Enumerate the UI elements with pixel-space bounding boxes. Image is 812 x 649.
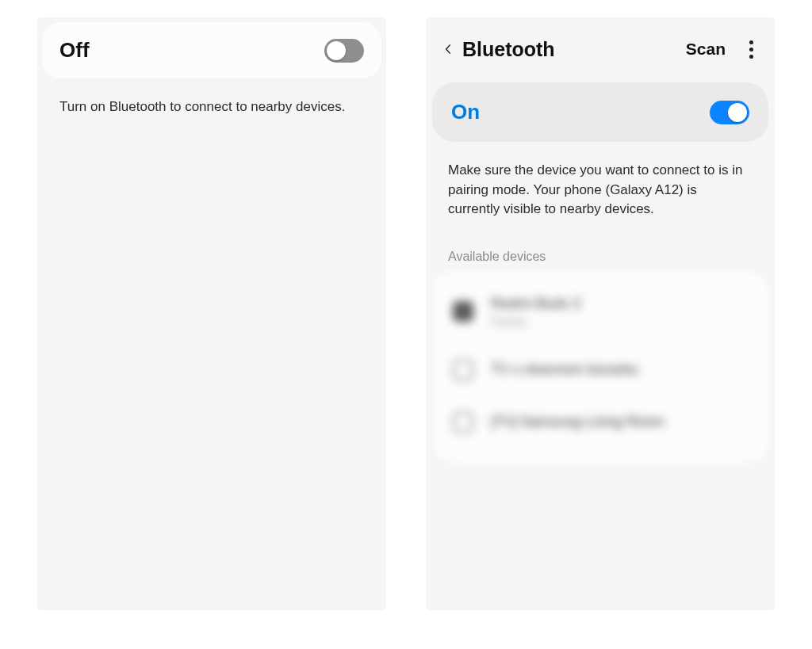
device-name: TV u dnevnom boravku xyxy=(491,361,638,378)
bluetooth-on-panel: Bluetooth Scan On Make sure the device y… xyxy=(426,17,775,610)
device-row[interactable]: TV u dnevnom boravku xyxy=(432,344,768,396)
kebab-dot-icon xyxy=(749,48,753,52)
device-name: [TV] Samsung Living Room xyxy=(491,414,665,430)
bluetooth-toggle-card[interactable]: Off xyxy=(42,22,381,78)
device-row[interactable]: Redmi Buds 3 Pairing xyxy=(432,280,768,344)
more-options-button[interactable] xyxy=(741,38,760,60)
bluetooth-switch[interactable] xyxy=(710,101,749,124)
device-row[interactable]: [TV] Samsung Living Room xyxy=(432,396,768,449)
scan-button[interactable]: Scan xyxy=(681,36,730,62)
bluetooth-toggle-card[interactable]: On xyxy=(432,82,768,142)
device-status: Pairing xyxy=(491,315,580,328)
kebab-dot-icon xyxy=(749,55,753,59)
kebab-dot-icon xyxy=(749,40,753,44)
bluetooth-toggle-label: On xyxy=(451,100,480,124)
tv-icon xyxy=(453,360,473,380)
device-text: [TV] Samsung Living Room xyxy=(491,414,665,430)
tv-icon xyxy=(453,412,473,433)
switch-knob xyxy=(327,41,346,60)
available-devices-header: Available devices xyxy=(426,220,775,272)
device-text: Redmi Buds 3 Pairing xyxy=(491,296,580,328)
bluetooth-switch[interactable] xyxy=(324,39,364,63)
available-devices-list: Redmi Buds 3 Pairing TV u dnevnom boravk… xyxy=(432,272,768,463)
header-bar: Bluetooth Scan xyxy=(426,17,775,76)
bluetooth-off-panel: Off Turn on Bluetooth to connect to near… xyxy=(37,17,386,610)
back-button[interactable] xyxy=(440,40,451,59)
switch-knob xyxy=(728,103,747,122)
chevron-left-icon xyxy=(445,40,451,59)
page-title: Bluetooth xyxy=(462,38,670,61)
headphones-icon xyxy=(453,301,473,322)
bluetooth-on-hint: Make sure the device you want to connect… xyxy=(426,142,775,220)
device-name: Redmi Buds 3 xyxy=(491,296,580,312)
bluetooth-toggle-label: Off xyxy=(59,38,90,63)
device-text: TV u dnevnom boravku xyxy=(491,361,638,378)
bluetooth-off-hint: Turn on Bluetooth to connect to nearby d… xyxy=(37,78,386,117)
